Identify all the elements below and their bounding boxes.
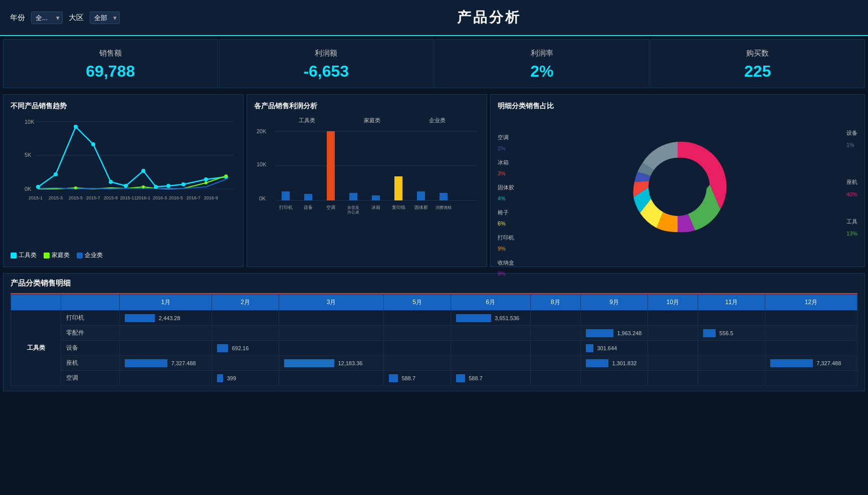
th-mar: 3月: [279, 295, 384, 311]
svg-point-20: [204, 181, 207, 184]
donut-label-shebei: 设备1%: [846, 127, 857, 151]
td-jan-ac: [120, 371, 212, 386]
header: 年份 全... 2015 2016 大区 全部 东区 西区 南区 北区 产品分析: [0, 0, 868, 36]
svg-point-7: [54, 172, 58, 176]
svg-text:打印机: 打印机: [279, 205, 293, 210]
td-oct-printer: [647, 311, 698, 326]
td-sub-equipment: 设备: [61, 341, 120, 356]
kpi-sales-label: 销售额: [14, 49, 207, 58]
td-dec-ac: [765, 371, 857, 386]
td-nov-printer: [698, 311, 765, 326]
bar-jun-printer: [456, 314, 491, 322]
val-feb-equipment: 692.16: [232, 345, 249, 351]
svg-text:2016-3: 2016-3: [153, 195, 167, 200]
svg-point-18: [74, 186, 77, 189]
svg-text:0K: 0K: [259, 195, 266, 201]
svg-text:设备: 设备: [304, 205, 313, 210]
donut-label-dayin: 打印机9%: [498, 232, 514, 254]
val-jan-printer: 2,443.28: [159, 315, 180, 321]
th-jun: 6月: [451, 295, 530, 311]
td-jan-equipment: [120, 341, 212, 356]
kpi-margin-label: 利润率: [445, 49, 639, 58]
td-nov-ac: [698, 371, 765, 386]
td-jun-printer: 3,651.536: [451, 311, 530, 326]
table-title: 产品分类销售明细: [11, 279, 857, 288]
svg-text:复印纸: 复印纸: [392, 205, 405, 210]
td-may-desk-phone: [384, 356, 451, 371]
table-row-desk-phone: 座机 7,327.488 12,183.36 1,301.832: [11, 356, 857, 371]
year-select[interactable]: 全... 2015 2016: [31, 12, 63, 24]
th-sub: [61, 295, 120, 311]
donut-label-kongtiao: 空调2%: [498, 132, 514, 154]
td-aug-equipment: [530, 341, 580, 356]
td-dec-printer: [765, 311, 857, 326]
svg-text:固体胶: 固体胶: [414, 205, 428, 210]
region-select-wrapper[interactable]: 全部 东区 西区 南区 北区: [90, 12, 120, 24]
td-jun-desk-phone: [451, 356, 530, 371]
td-feb-printer: [212, 311, 279, 326]
td-aug-printer: [530, 311, 580, 326]
td-feb-parts: [212, 326, 279, 341]
svg-rect-41: [327, 131, 335, 200]
td-jan-printer: 2,443.28: [120, 311, 212, 326]
year-select-wrapper[interactable]: 全... 2015 2016: [31, 12, 63, 24]
td-jan-parts: [120, 326, 212, 341]
td-aug-ac: [530, 371, 580, 386]
bar-mar-desk-phone: [284, 359, 334, 367]
svg-point-12: [141, 169, 145, 173]
line-chart-svg: 10K 5K 0K: [11, 117, 236, 237]
td-feb-ac: 399: [212, 371, 279, 386]
donut-label-gongju: 工具13%: [846, 215, 857, 239]
kpi-sales: 销售额 69,788: [3, 39, 218, 88]
line-chart-card: 不同产品销售趋势 10K 5K 0K: [3, 94, 244, 267]
donut-chart-title: 明细分类销售占比: [498, 102, 857, 111]
td-nov-equipment: [698, 341, 765, 356]
table-row-equipment: 设备 692.16 301.644: [11, 341, 857, 356]
svg-point-19: [142, 185, 145, 188]
th-may: 5月: [384, 295, 451, 311]
svg-text:办公桌: 办公桌: [347, 210, 359, 214]
td-feb-equipment: 692.16: [212, 341, 279, 356]
th-oct: 10月: [647, 295, 698, 311]
donut-right-labels: 设备1% 座机40% 工具13%: [846, 127, 857, 239]
val-sep-parts: 1,963.248: [617, 330, 641, 336]
td-sep-equipment: 301.644: [581, 341, 648, 356]
line-chart-legend: 工具类 家庭类 企业类: [11, 251, 236, 260]
svg-text:冰箱: 冰箱: [371, 205, 380, 210]
filter-group: 年份 全... 2015 2016 大区 全部 东区 西区 南区 北区: [10, 12, 120, 24]
td-aug-parts: [530, 326, 580, 341]
val-jun-printer: 3,651.536: [495, 315, 519, 321]
svg-point-13: [154, 185, 158, 189]
svg-text:20K: 20K: [257, 128, 267, 134]
svg-rect-39: [282, 191, 290, 200]
bar-chart-card: 各产品销售利润分析 工具类 家庭类 企业类 20K 10K 0K: [247, 94, 487, 267]
donut-label-gutijiao: 固体胶4%: [498, 182, 514, 204]
bar-dec-desk-phone: [770, 359, 813, 367]
svg-text:10K: 10K: [25, 119, 35, 125]
svg-rect-40: [304, 194, 312, 200]
svg-text:2015-11: 2015-11: [120, 195, 136, 200]
bar-chart-title: 各产品销售利润分析: [254, 102, 480, 111]
td-may-printer: [384, 311, 451, 326]
td-mar-ac: [279, 371, 384, 386]
year-label: 年份: [10, 13, 25, 23]
td-oct-ac: [647, 371, 698, 386]
val-sep-equipment: 301.644: [597, 345, 617, 351]
bar-sep-parts: [586, 329, 613, 337]
bar-may-ac: [389, 374, 398, 382]
donut-label-shouna: 收纳盒9%: [498, 257, 514, 279]
region-select[interactable]: 全部 东区 西区 南区 北区: [90, 12, 120, 24]
bar-cat-enterprise: 企业类: [429, 117, 446, 124]
th-aug: 8月: [530, 295, 580, 311]
th-feb: 2月: [212, 295, 279, 311]
svg-rect-44: [394, 176, 402, 200]
td-dec-parts: [765, 326, 857, 341]
legend-color-enterprise: [77, 253, 83, 259]
th-nov: 11月: [698, 295, 765, 311]
td-sep-parts: 1,963.248: [581, 326, 648, 341]
legend-color-tools: [11, 253, 17, 259]
svg-text:10K: 10K: [257, 161, 267, 167]
svg-point-21: [225, 174, 228, 177]
svg-text:2016-9: 2016-9: [204, 195, 218, 200]
legend-label-tools: 工具类: [19, 251, 37, 260]
